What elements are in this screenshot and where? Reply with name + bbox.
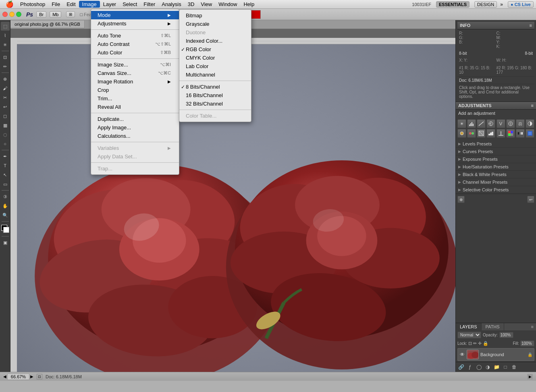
- preset-selectivecolor[interactable]: ▶ Selective Color Presets: [456, 186, 536, 194]
- eyedropper-tool[interactable]: ✏: [1, 62, 10, 71]
- menu-item-crop[interactable]: Crop: [91, 86, 179, 94]
- proof-colors-btn[interactable]: ⊡: [37, 374, 42, 380]
- cs-live-btn[interactable]: ● CS Live: [508, 1, 534, 8]
- crop-tool[interactable]: ⊡: [1, 53, 10, 62]
- menu-edit[interactable]: Edit: [63, 1, 79, 8]
- 3d-tool[interactable]: ③: [1, 192, 10, 201]
- gradient-tool[interactable]: ▦: [1, 121, 10, 130]
- channel-mixer-icon[interactable]: [467, 129, 476, 138]
- photo-filter-icon[interactable]: [457, 129, 466, 138]
- menu-item-autotone[interactable]: Auto Tone ⇧⌘L: [91, 31, 179, 40]
- layer-background[interactable]: 👁 Background 🔒: [457, 348, 534, 361]
- pen-tool[interactable]: ✒: [1, 152, 10, 161]
- lasso-tool[interactable]: ⌇: [1, 31, 10, 40]
- history-tool[interactable]: ↩: [1, 102, 10, 111]
- menu-help[interactable]: Help: [240, 1, 258, 8]
- menu-image[interactable]: Image: [79, 1, 100, 8]
- mode-indexed[interactable]: Indexed Color...: [179, 37, 251, 45]
- lock-transparent-btn[interactable]: ⊡: [468, 341, 472, 346]
- arrange-btn[interactable]: ⊞: [66, 11, 75, 17]
- delete-layer-btn[interactable]: 🗑: [511, 363, 518, 371]
- text-tool[interactable]: T: [1, 161, 10, 170]
- adj-options[interactable]: ≡: [531, 103, 534, 108]
- preset-huesat[interactable]: ▶ Hue/Saturation Presets: [456, 163, 536, 171]
- menu-item-adjustments[interactable]: Adjustments ▶: [91, 19, 179, 28]
- lock-all-btn[interactable]: 🔒: [483, 341, 488, 346]
- mode-grayscale[interactable]: Grayscale: [179, 20, 251, 28]
- extend-arrow[interactable]: »: [500, 2, 503, 7]
- eraser-tool[interactable]: ◻: [1, 112, 10, 120]
- menu-item-imagesize[interactable]: Image Size... ⌥⌘I: [91, 60, 179, 69]
- essentials-btn[interactable]: ESSENTIALS: [436, 1, 470, 8]
- menu-item-canvassize[interactable]: Canvas Size... ⌥⌘C: [91, 69, 179, 77]
- shape-tool[interactable]: ▭: [1, 180, 10, 189]
- presets-add-icon[interactable]: ⊕: [457, 196, 465, 203]
- menu-filter[interactable]: Filter: [140, 1, 158, 8]
- menu-analysis[interactable]: Analysis: [158, 1, 184, 8]
- layers-options-btn[interactable]: ≡: [529, 323, 536, 330]
- adjustment-layer-btn[interactable]: ◑: [484, 363, 491, 371]
- menu-item-duplicate[interactable]: Duplicate...: [91, 115, 179, 123]
- menu-item-mode[interactable]: Mode ▶ Bitmap Grayscale Duotone Indexed …: [91, 11, 179, 19]
- mode-cmyk[interactable]: CMYK Color: [179, 54, 251, 62]
- mode-multichannel[interactable]: Multichannel: [179, 71, 251, 79]
- tab-layers[interactable]: LAYERS: [456, 323, 482, 330]
- lock-image-btn[interactable]: ✏: [473, 341, 477, 346]
- mode-16bit[interactable]: 16 Bits/Channel: [179, 91, 251, 100]
- marquee-tool[interactable]: ⬚: [1, 22, 10, 31]
- healing-tool[interactable]: ⊕: [1, 75, 10, 83]
- adjustments-header[interactable]: ADJUSTMENTS ≡: [456, 102, 536, 110]
- fill-input[interactable]: [520, 340, 534, 346]
- menu-3d[interactable]: 3D: [185, 1, 198, 8]
- bridge-btn[interactable]: Br: [36, 11, 46, 18]
- maximize-button[interactable]: [16, 12, 21, 17]
- vibrance-icon[interactable]: V: [497, 119, 505, 128]
- curves-icon[interactable]: [477, 119, 486, 128]
- menu-item-imagerotation[interactable]: Image Rotation ▶: [91, 77, 179, 86]
- menu-item-autocontrast[interactable]: Auto Contrast ⌥⇧⌘L: [91, 40, 179, 48]
- menu-photoshop[interactable]: Photoshop: [17, 1, 48, 8]
- info-panel-options[interactable]: ≡: [530, 23, 532, 28]
- design-btn[interactable]: DESIGN: [474, 1, 497, 8]
- preset-exposure[interactable]: ▶ Exposure Presets: [456, 156, 536, 163]
- mode-rgb[interactable]: RGB Color: [179, 45, 251, 54]
- zoom-in-btn[interactable]: ▶: [30, 374, 33, 379]
- layer-group-btn[interactable]: 📁: [493, 363, 500, 371]
- preset-curves[interactable]: ▶ Curves Presets: [456, 148, 536, 156]
- invert-icon[interactable]: [477, 129, 486, 138]
- menu-item-revealall[interactable]: Reveal All: [91, 103, 179, 111]
- opacity-input[interactable]: [499, 332, 513, 338]
- menu-file[interactable]: File: [48, 1, 63, 8]
- status-arrow-btn[interactable]: ▶: [527, 374, 533, 380]
- layer-visibility-toggle[interactable]: 👁: [459, 352, 465, 357]
- magic-wand-tool[interactable]: ✳: [1, 40, 10, 49]
- mode-bitmap[interactable]: Bitmap: [179, 11, 251, 20]
- preset-bw[interactable]: ▶ Black & White Presets: [456, 171, 536, 178]
- color-balance-icon[interactable]: ⚖: [516, 119, 525, 128]
- menu-layer[interactable]: Layer: [100, 1, 120, 8]
- brush-tool[interactable]: 🖌: [1, 84, 10, 93]
- mode-lab[interactable]: Lab Color: [179, 62, 251, 71]
- clone-tool[interactable]: ✂: [1, 93, 10, 102]
- hue-sat-icon[interactable]: [506, 119, 515, 128]
- menu-item-trim[interactable]: Trim...: [91, 94, 179, 103]
- layer-mask-btn[interactable]: ◯: [475, 363, 482, 371]
- gradient-map-icon[interactable]: [516, 129, 525, 138]
- zoom-input[interactable]: 66.67%: [7, 373, 29, 380]
- levels-icon[interactable]: [467, 119, 476, 128]
- info-panel-header[interactable]: INFO ≡: [457, 22, 534, 29]
- solid-color-fill-icon[interactable]: [526, 129, 534, 138]
- hand-tool[interactable]: ✋: [1, 201, 10, 210]
- menu-select[interactable]: Select: [119, 1, 140, 8]
- menu-item-calculations[interactable]: Calculations...: [91, 132, 179, 140]
- selective-color-icon[interactable]: [506, 129, 515, 138]
- exposure-icon[interactable]: [486, 119, 495, 128]
- background-color[interactable]: [3, 227, 9, 233]
- minimize-button[interactable]: [9, 12, 15, 17]
- blur-tool[interactable]: ◌: [1, 130, 10, 139]
- apple-menu[interactable]: 🍎: [2, 0, 17, 8]
- menu-item-autocolor[interactable]: Auto Color ⇧⌘B: [91, 48, 179, 57]
- mode-8bit[interactable]: 8 Bits/Channel: [179, 83, 251, 91]
- posterize-icon[interactable]: [486, 129, 495, 138]
- tab-paths[interactable]: PATHS: [482, 323, 504, 330]
